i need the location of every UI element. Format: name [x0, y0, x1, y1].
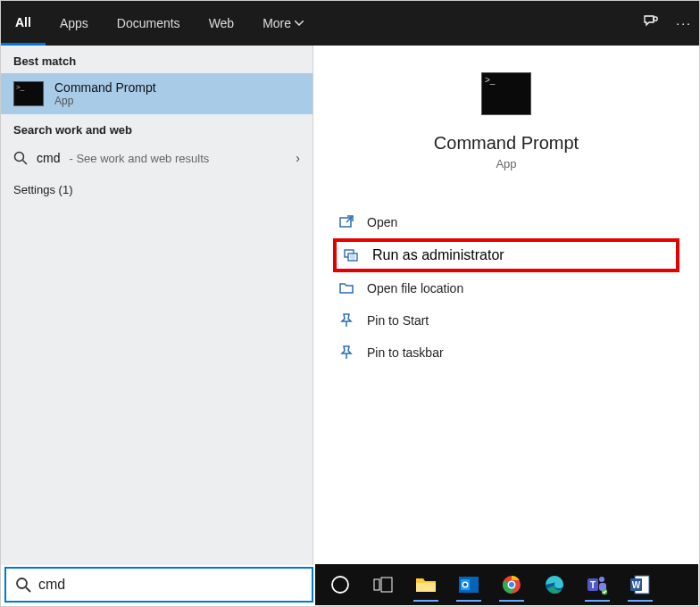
- action-open-file-location[interactable]: Open file location: [313, 272, 699, 304]
- svg-point-23: [599, 577, 604, 582]
- teams-icon: T: [587, 574, 608, 595]
- svg-point-9: [332, 577, 348, 593]
- folder-icon: [338, 280, 354, 296]
- action-open-label: Open: [367, 215, 397, 229]
- tab-more[interactable]: More: [248, 1, 318, 46]
- taskbar-edge[interactable]: [535, 567, 574, 603]
- svg-line-8: [26, 587, 30, 592]
- action-open[interactable]: Open: [313, 206, 699, 238]
- cmd-icon: [481, 72, 531, 115]
- search-input[interactable]: [38, 577, 303, 593]
- cmd-icon: [13, 81, 44, 106]
- svg-text:T: T: [590, 580, 596, 590]
- results-pane: Best match Command Prompt App Search wor…: [1, 46, 313, 565]
- settings-result[interactable]: Settings (1): [1, 174, 312, 205]
- taskbar-outlook[interactable]: [449, 567, 488, 603]
- svg-text:W: W: [632, 580, 641, 590]
- web-result-hint: - See work and web results: [69, 152, 209, 165]
- search-work-web-header: Search work and web: [1, 114, 312, 142]
- word-icon: W: [629, 574, 651, 595]
- taskbar-cortana[interactable]: [321, 567, 360, 603]
- result-subtype: App: [54, 95, 156, 107]
- preview-subtype: App: [496, 157, 516, 170]
- svg-line-2: [23, 161, 28, 165]
- chevron-down-icon: [295, 21, 304, 26]
- tab-all[interactable]: All: [1, 1, 46, 46]
- taskbar-chrome[interactable]: [492, 567, 531, 603]
- action-run-as-administrator[interactable]: Run as administrator: [333, 238, 679, 272]
- edge-icon: [545, 575, 564, 595]
- taskbar-task-view[interactable]: [363, 567, 403, 603]
- taskbar-word[interactable]: W: [621, 567, 660, 603]
- action-pin-to-taskbar[interactable]: Pin to taskbar: [313, 337, 699, 369]
- feedback-icon[interactable]: [642, 13, 660, 34]
- svg-point-19: [509, 582, 514, 587]
- search-box[interactable]: [4, 567, 313, 603]
- action-pin-taskbar-label: Pin to taskbar: [367, 345, 444, 360]
- svg-point-7: [17, 578, 27, 588]
- tab-more-label: More: [262, 16, 291, 30]
- outlook-icon: [458, 574, 479, 595]
- svg-rect-10: [374, 579, 379, 590]
- chrome-icon: [502, 575, 521, 595]
- svg-line-4: [346, 216, 353, 222]
- tab-documents[interactable]: Documents: [103, 1, 195, 46]
- web-result-cmd[interactable]: cmd - See work and web results ›: [1, 142, 312, 174]
- search-tabs: All Apps Documents Web More ···: [1, 1, 699, 46]
- pin-icon: [338, 345, 354, 361]
- preview-title: Command Prompt: [434, 133, 579, 154]
- tab-web[interactable]: Web: [195, 1, 249, 46]
- action-run-admin-label: Run as administrator: [372, 247, 504, 263]
- pin-icon: [338, 312, 354, 328]
- taskbar-teams[interactable]: T: [578, 567, 617, 603]
- result-title: Command Prompt: [54, 80, 156, 95]
- svg-point-16: [463, 583, 467, 586]
- folder-icon: [415, 576, 437, 594]
- chevron-right-icon: ›: [296, 151, 300, 165]
- tab-apps[interactable]: Apps: [46, 1, 103, 46]
- svg-rect-12: [416, 583, 436, 592]
- taskbar-file-explorer[interactable]: [406, 567, 446, 603]
- taskbar: T W: [315, 564, 698, 605]
- action-open-location-label: Open file location: [367, 281, 463, 295]
- action-pin-to-start[interactable]: Pin to Start: [313, 304, 699, 337]
- best-match-header: Best match: [1, 46, 312, 73]
- search-icon: [15, 577, 31, 593]
- web-result-term: cmd: [37, 151, 60, 165]
- task-view-icon: [373, 577, 393, 593]
- more-options-icon[interactable]: ···: [676, 16, 692, 30]
- preview-pane: Command Prompt App Open Run as administr…: [313, 46, 699, 565]
- result-command-prompt[interactable]: Command Prompt App: [1, 73, 312, 114]
- admin-shield-icon: [344, 247, 360, 263]
- action-pin-start-label: Pin to Start: [367, 313, 429, 328]
- svg-point-1: [15, 153, 24, 162]
- cortana-icon: [330, 575, 350, 595]
- search-icon: [13, 151, 28, 165]
- open-icon: [338, 214, 354, 230]
- svg-rect-11: [381, 578, 392, 592]
